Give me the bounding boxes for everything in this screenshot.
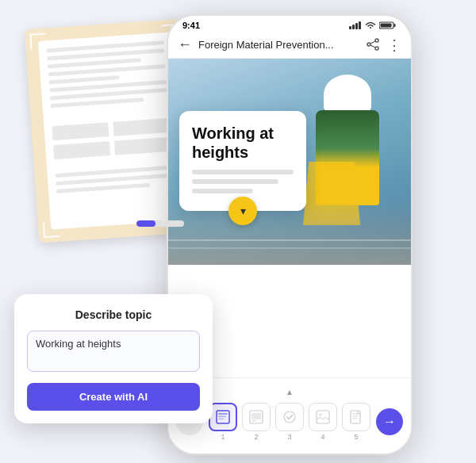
share-icon[interactable]	[367, 38, 379, 51]
slide-item-4[interactable]: 4	[309, 403, 337, 441]
nav-icons: ⋮	[367, 38, 401, 52]
svg-line-10	[370, 41, 375, 44]
corner-tl	[29, 33, 46, 49]
svg-line-11	[370, 45, 375, 48]
svg-point-8	[367, 43, 370, 46]
slide-item-5[interactable]: 5	[342, 403, 370, 441]
slide-item-2[interactable]: 2	[242, 403, 271, 441]
svg-rect-18	[251, 420, 256, 422]
ai-dialog: Describe topic Create with AI	[14, 294, 213, 423]
corner-bl	[43, 221, 60, 238]
svg-rect-22	[351, 411, 360, 423]
signal-icon	[349, 21, 362, 29]
create-with-ai-button[interactable]: Create with AI	[27, 383, 200, 411]
slide-line	[192, 179, 278, 184]
svg-rect-25	[352, 418, 357, 419]
svg-rect-6	[381, 24, 392, 28]
battery-icon	[379, 21, 397, 29]
surface-gradient	[168, 201, 411, 265]
slide-icon-2	[249, 410, 263, 424]
slide-icon-5	[349, 410, 363, 424]
slide-card-title: Working at heights	[192, 124, 294, 162]
slide-btn-1[interactable]	[209, 403, 237, 431]
ai-topic-input[interactable]	[27, 331, 200, 372]
slide-card-lines	[192, 170, 294, 193]
slide-num-1: 1	[221, 433, 225, 441]
svg-rect-5	[394, 24, 396, 27]
svg-rect-3	[359, 21, 361, 29]
svg-rect-2	[355, 23, 358, 29]
slide-num-2: 2	[254, 433, 258, 441]
slide-num-5: 5	[354, 433, 358, 441]
worker-body	[316, 110, 379, 205]
next-slide-button[interactable]: →	[376, 408, 403, 435]
slide-thumbnails: 1 2	[209, 403, 370, 441]
slide-item-1[interactable]: 1	[209, 403, 237, 441]
wifi-icon	[365, 21, 376, 29]
slide-btn-2[interactable]	[242, 403, 271, 431]
expand-icon: ▲	[286, 388, 294, 396]
ai-dialog-title: Describe topic	[27, 308, 200, 321]
surface-line	[168, 239, 411, 241]
status-icons	[349, 21, 397, 29]
nav-title: Foreign Material Prevention...	[198, 39, 360, 51]
slide-item-3[interactable]: 3	[275, 403, 304, 441]
slide-line	[192, 189, 253, 193]
status-bar: 9:41	[168, 16, 411, 32]
progress-fill	[136, 220, 155, 227]
worker-helmet	[324, 75, 371, 114]
slide-num-3: 3	[287, 433, 291, 441]
more-icon[interactable]: ⋮	[387, 38, 401, 52]
slide-line	[192, 170, 294, 174]
svg-rect-14	[218, 416, 226, 418]
svg-rect-24	[352, 415, 358, 417]
svg-rect-1	[352, 25, 355, 29]
svg-rect-17	[251, 413, 261, 419]
surface-line-2	[168, 247, 411, 249]
svg-point-9	[375, 47, 378, 50]
svg-point-19	[284, 411, 295, 423]
progress-pill	[136, 220, 184, 227]
nav-bar: ← Foreign Material Prevention... ⋮	[168, 32, 411, 59]
svg-rect-0	[349, 26, 351, 29]
chevron-down-button[interactable]: ▾	[228, 197, 257, 225]
slide-btn-5[interactable]	[342, 403, 370, 431]
svg-point-7	[375, 39, 378, 42]
chevron-down-icon: ▾	[240, 205, 246, 217]
back-button[interactable]: ←	[178, 36, 192, 53]
slide-btn-4[interactable]	[309, 403, 337, 431]
svg-rect-20	[317, 411, 329, 423]
status-time: 9:41	[182, 21, 200, 30]
slide-num-4: 4	[321, 433, 324, 441]
slide-btn-3[interactable]	[275, 403, 304, 431]
svg-rect-13	[218, 413, 228, 415]
slide-icon-3	[282, 410, 297, 424]
slide-icon-1	[216, 410, 230, 424]
slide-title-card: Working at heights ▾	[179, 111, 306, 211]
slide-icon-4	[316, 410, 330, 424]
svg-rect-15	[218, 419, 225, 420]
svg-point-21	[319, 413, 322, 416]
